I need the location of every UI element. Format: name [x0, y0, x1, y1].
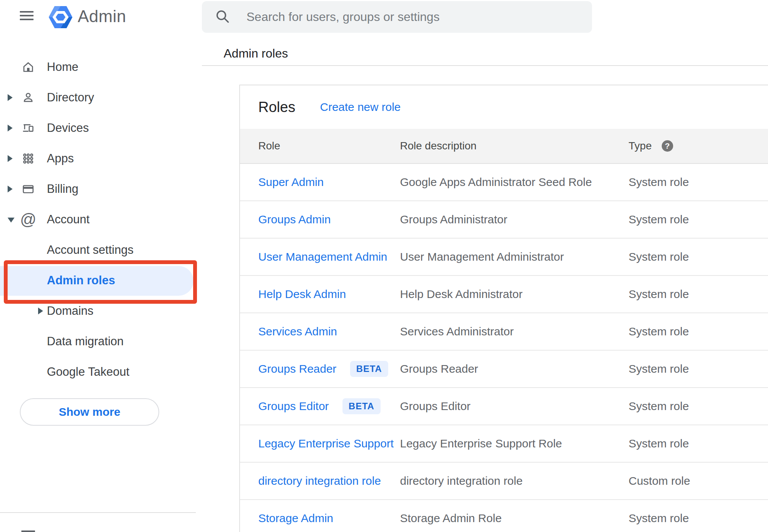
create-new-role-link[interactable]: Create new role	[320, 101, 401, 113]
expand-arrow-icon[interactable]	[8, 186, 13, 192]
table-header-row: RoleRole descriptionType?	[240, 129, 768, 164]
app-title: Admin	[78, 5, 126, 27]
sidebar-item-home[interactable]: Home	[0, 52, 202, 82]
table-row-help-desk-admin: Help Desk AdminHelp Desk AdministratorSy…	[240, 276, 768, 313]
role-link[interactable]: User Management Admin	[258, 250, 387, 263]
search-placeholder: Search for users, groups or settings	[246, 10, 440, 24]
role-link[interactable]: Storage Admin	[258, 512, 333, 525]
sidebar-nav: HomeDirectoryDevicesAppsBilling@AccountA…	[0, 52, 202, 387]
role-type-cell: System role	[629, 325, 689, 338]
help-icon[interactable]: ?	[662, 140, 673, 152]
role-type-cell: System role	[629, 362, 689, 375]
role-type-cell: Custom role	[629, 474, 690, 487]
role-cell: directory integration role	[258, 474, 381, 487]
sidebar: Admin HomeDirectoryDevicesAppsBilling@Ac…	[0, 0, 202, 532]
sidebar-item-account[interactable]: @Account	[0, 204, 202, 235]
role-description-cell: directory integration role	[400, 474, 523, 487]
at-icon: @	[21, 213, 35, 226]
table-row-groups-admin: Groups AdminGroups AdministratorSystem r…	[240, 201, 768, 239]
sidebar-item-label: Directory	[47, 91, 94, 104]
role-type-cell: System role	[629, 400, 689, 413]
role-link[interactable]: Groups Admin	[258, 213, 331, 226]
sidebar-item-label: Billing	[47, 182, 78, 196]
column-header-role: Role	[258, 140, 280, 152]
collapse-arrow-icon[interactable]	[8, 218, 14, 223]
role-cell: Storage Admin	[258, 512, 333, 525]
role-type-cell: System role	[629, 437, 689, 450]
sidebar-item-label: Devices	[47, 121, 89, 135]
role-type-cell: System role	[629, 250, 689, 263]
sidebar-item-google-takeout[interactable]: Google Takeout	[0, 357, 202, 387]
sidebar-item-account-settings[interactable]: Account settings	[0, 235, 202, 265]
expand-arrow-icon[interactable]	[8, 94, 13, 101]
role-link[interactable]: Groups Reader	[258, 362, 336, 375]
admin-logo-icon	[49, 6, 72, 30]
table-body: Super AdminGoogle Apps Administrator See…	[240, 164, 768, 532]
role-description-cell: Storage Admin Role	[400, 512, 502, 525]
table-row-super-admin: Super AdminGoogle Apps Administrator See…	[240, 164, 768, 201]
expand-arrow-icon[interactable]	[8, 155, 13, 162]
role-description-cell: Groups Reader	[400, 362, 478, 375]
sidebar-item-data-migration[interactable]: Data migration	[0, 326, 202, 357]
table-row-directory-integration-role: directory integration roledirectory inte…	[240, 463, 768, 500]
table-row-legacy-enterprise-support: Legacy Enterprise SupportLegacy Enterpri…	[240, 425, 768, 463]
role-cell: Legacy Enterprise Support	[258, 437, 394, 450]
content-divider	[202, 65, 768, 66]
home-icon	[21, 60, 35, 74]
column-header-type: Type?	[629, 140, 673, 152]
column-header-label: Type	[629, 140, 652, 152]
role-link[interactable]: Legacy Enterprise Support	[258, 437, 394, 450]
roles-card: Roles Create new role RoleRole descripti…	[239, 85, 768, 532]
role-type-cell: System role	[629, 288, 689, 301]
devices-icon	[21, 121, 35, 135]
sidebar-item-directory[interactable]: Directory	[0, 82, 202, 113]
role-link[interactable]: Help Desk Admin	[258, 288, 346, 301]
sidebar-item-admin-roles[interactable]: Admin roles	[0, 265, 202, 296]
sidebar-item-devices[interactable]: Devices	[0, 113, 202, 143]
role-description-cell: Google Apps Administrator Seed Role	[400, 176, 592, 189]
expand-arrow-icon[interactable]	[8, 125, 13, 131]
role-type-cell: System role	[629, 176, 689, 189]
cutoff-icon	[21, 530, 35, 532]
sidebar-item-billing[interactable]: Billing	[0, 174, 202, 204]
sidebar-item-label: Admin roles	[47, 274, 115, 287]
beta-badge: BETA	[342, 398, 381, 414]
roles-card-header: Roles Create new role	[240, 85, 768, 129]
sidebar-item-label: Account	[47, 213, 90, 226]
table-row-services-admin: Services AdminServices AdministratorSyst…	[240, 313, 768, 351]
search-input[interactable]: Search for users, groups or settings	[202, 1, 592, 33]
role-type-cell: System role	[629, 512, 689, 525]
sidebar-item-domains[interactable]: Domains	[0, 296, 202, 326]
beta-badge: BETA	[350, 361, 388, 377]
expand-arrow-icon[interactable]	[38, 308, 43, 314]
sidebar-item-label: Data migration	[47, 335, 124, 348]
person-icon	[21, 91, 35, 104]
role-cell: Super Admin	[258, 176, 324, 189]
show-more-button[interactable]: Show more	[20, 398, 159, 426]
sidebar-item-label: Apps	[47, 152, 74, 165]
column-header-role-description: Role description	[400, 140, 477, 152]
sidebar-divider	[0, 512, 196, 513]
table-row-storage-admin: Storage AdminStorage Admin RoleSystem ro…	[240, 500, 768, 532]
role-description-cell: Services Administrator	[400, 325, 514, 338]
apps-icon	[21, 152, 35, 165]
role-cell: Groups ReaderBETA	[258, 361, 388, 377]
role-link[interactable]: Super Admin	[258, 176, 324, 189]
sidebar-item-apps[interactable]: Apps	[0, 143, 202, 174]
role-description-cell: Help Desk Administrator	[400, 288, 523, 301]
breadcrumb: Admin roles	[224, 47, 288, 59]
role-link[interactable]: Services Admin	[258, 325, 337, 338]
sidebar-item-label: Google Takeout	[47, 365, 130, 379]
role-link[interactable]: directory integration role	[258, 474, 381, 487]
role-description-cell: User Management Administrator	[400, 250, 564, 263]
sidebar-item-label: Account settings	[47, 243, 133, 257]
search-icon	[215, 9, 230, 24]
role-cell: Services Admin	[258, 325, 337, 338]
role-cell: Groups EditorBETA	[258, 398, 381, 414]
role-description-cell: Legacy Enterprise Support Role	[400, 437, 562, 450]
table-row-user-management-admin: User Management AdminUser Management Adm…	[240, 239, 768, 276]
hamburger-menu-icon[interactable]	[20, 11, 34, 21]
role-cell: Groups Admin	[258, 213, 331, 226]
role-link[interactable]: Groups Editor	[258, 400, 329, 413]
role-description-cell: Groups Administrator	[400, 213, 507, 226]
